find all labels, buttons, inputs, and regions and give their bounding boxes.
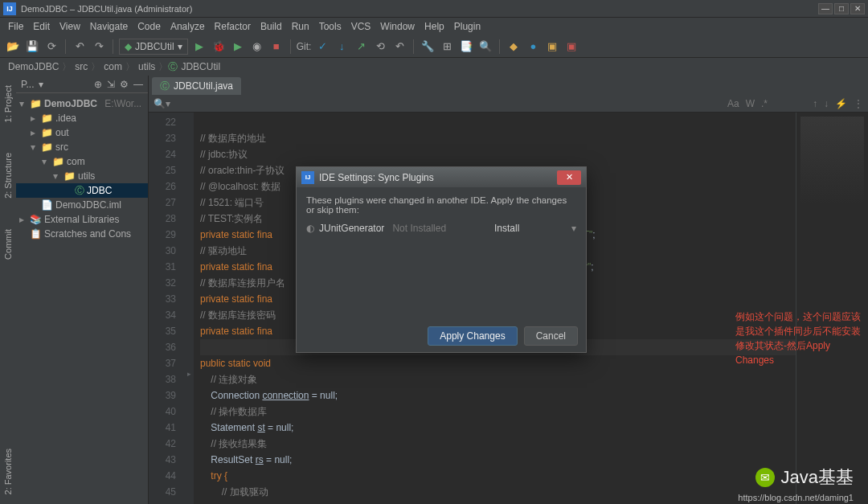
separator	[499, 39, 500, 54]
maximize-button[interactable]: □	[834, 3, 849, 14]
redo-icon[interactable]: ↷	[91, 39, 107, 55]
titlebar: IJ DemoJDBC – JDBCUtil.java (Administrat…	[0, 0, 868, 18]
profiler-icon[interactable]: ◉	[249, 39, 265, 55]
editor-tabs: Ⓒ JDBCUtil.java	[149, 76, 868, 95]
line-gutter: 22232425 26272829 30313233 34353637 3839…	[149, 113, 184, 504]
match-case-icon[interactable]: Aa	[727, 98, 739, 109]
menu-vcs[interactable]: VCS	[346, 21, 376, 32]
git-push-icon[interactable]: ↗	[353, 39, 369, 55]
tab-structure[interactable]: 2: Structure	[2, 150, 14, 202]
plugin-row: ◐ JUnitGenerator Not Installed Install ▾	[306, 223, 576, 234]
apply-changes-button[interactable]: Apply Changes	[428, 326, 517, 346]
words-icon[interactable]: W	[746, 98, 755, 109]
tree-scratches: Scratches and Cons	[44, 228, 131, 240]
plugin-action-dropdown[interactable]: Install	[494, 223, 567, 234]
git-rollback-icon[interactable]: ↶	[391, 39, 407, 55]
hide-icon[interactable]: —	[133, 79, 143, 90]
save-icon[interactable]: 💾	[24, 39, 40, 55]
tab-favorites[interactable]: 2: Favorites	[2, 445, 14, 498]
project-panel-header: P...▾ ⊕ ⇲ ⚙ —	[16, 76, 148, 93]
git-label: Git:	[297, 41, 312, 52]
select-opened-icon[interactable]: ⊕	[94, 79, 102, 90]
jrebel-icon[interactable]: ●	[525, 39, 541, 55]
xrebel-icon[interactable]: ◆	[506, 39, 522, 55]
menu-run[interactable]: Run	[287, 21, 314, 32]
watermark-url: https://blog.csdn.net/daming1	[738, 493, 854, 502]
tree-jdbc-file: JDBC	[87, 185, 112, 196]
menu-build[interactable]: Build	[256, 21, 287, 32]
bookmark-icon[interactable]: 📑	[458, 39, 474, 55]
tab-jdbcutil[interactable]: Ⓒ JDBCUtil.java	[152, 77, 241, 95]
plugin-name: JUnitGenerator	[319, 223, 384, 234]
search-icon[interactable]: 🔍	[477, 39, 493, 55]
breadcrumb-item[interactable]: DemoJDBC	[5, 61, 62, 72]
regex-icon[interactable]: .*	[761, 98, 768, 109]
filter-icon[interactable]: ⚡	[835, 98, 847, 109]
struct-icon[interactable]: ⊞	[439, 39, 455, 55]
dialog-body: These plugins were changed in another ID…	[297, 187, 586, 242]
menu-plugin[interactable]: Plugin	[449, 21, 485, 32]
breadcrumb-item[interactable]: src	[72, 61, 91, 72]
git-history-icon[interactable]: ⟲	[372, 39, 388, 55]
menu-window[interactable]: Window	[375, 21, 420, 32]
fold-gutter[interactable]: ▸	[184, 113, 194, 504]
tab-project[interactable]: 1: Project	[2, 82, 14, 125]
toolbar: 📂 💾 ⟳ ↶ ↷ ◆ JDBCUtil ▾ ▶ 🐞 ▶ ◉ ■ Git: ✓ …	[0, 35, 868, 58]
project-tree[interactable]: ▾📁DemoJDBC E:\Wor... ▸📁.idea ▸📁out ▾📁src…	[16, 93, 148, 244]
menu-help[interactable]: Help	[420, 21, 449, 32]
minimize-button[interactable]: —	[818, 3, 833, 14]
tab-commit[interactable]: Commit	[2, 226, 14, 263]
separator	[65, 39, 66, 54]
sync-icon[interactable]: ⟳	[43, 39, 59, 55]
menu-tools[interactable]: Tools	[314, 21, 346, 32]
gear-icon[interactable]: ⚙	[120, 79, 129, 90]
run-config-dropdown[interactable]: ◆ JDBCUtil ▾	[119, 39, 188, 55]
git-update-icon[interactable]: ↓	[334, 39, 350, 55]
dialog-buttons: Apply Changes Cancel	[428, 326, 578, 346]
db-icon[interactable]: ▣	[544, 39, 560, 55]
watermark: ✉ Java基基	[755, 465, 854, 490]
menu-code[interactable]: Code	[133, 21, 166, 32]
more-icon[interactable]: ⋮	[854, 98, 863, 109]
dropdown-arrow-icon: ▾	[178, 41, 182, 52]
run-icon[interactable]: ▶	[191, 39, 207, 55]
debug-icon[interactable]: 🐞	[211, 39, 227, 55]
intellij-icon: IJ	[301, 171, 314, 184]
next-icon[interactable]: ↓	[824, 98, 829, 109]
dialog-title-text: IDE Settings: Sync Plugins	[319, 172, 434, 183]
menu-view[interactable]: View	[55, 21, 85, 32]
collapse-icon[interactable]: ⇲	[107, 79, 115, 90]
plugin-state: Not Installed	[392, 223, 489, 234]
menu-analyze[interactable]: Analyze	[166, 21, 210, 32]
tree-utils: utils	[78, 170, 95, 182]
open-icon[interactable]: 📂	[5, 39, 21, 55]
breadcrumb-item[interactable]: com	[100, 61, 125, 72]
wrench-icon[interactable]: 🔧	[420, 39, 436, 55]
watermark-text: Java基基	[781, 465, 854, 490]
stop-icon[interactable]: ■	[268, 39, 285, 55]
dialog-titlebar[interactable]: IJ IDE Settings: Sync Plugins ✕	[297, 167, 586, 187]
breadcrumb-item[interactable]: JDBCUtil	[178, 61, 223, 72]
tree-idea: .idea	[55, 113, 76, 124]
class-icon: Ⓒ	[168, 60, 178, 74]
cancel-button[interactable]: Cancel	[524, 326, 578, 346]
plugin-icon[interactable]: ▣	[563, 39, 579, 55]
tree-ext-libs: External Libraries	[44, 214, 119, 225]
close-button[interactable]: ✕	[850, 3, 865, 14]
project-view-label[interactable]: P...	[21, 79, 34, 90]
wechat-icon: ✉	[755, 468, 775, 487]
coverage-icon[interactable]: ▶	[230, 39, 246, 55]
dialog-close-button[interactable]: ✕	[557, 170, 581, 185]
module-icon: ◆	[125, 41, 132, 52]
git-commit-icon[interactable]: ✓	[314, 39, 330, 55]
menu-file[interactable]: File	[3, 21, 28, 32]
minimap[interactable]	[796, 113, 868, 504]
breadcrumb-item[interactable]: utils	[135, 61, 158, 72]
undo-icon[interactable]: ↶	[72, 39, 88, 55]
menu-refactor[interactable]: Refactor	[210, 21, 256, 32]
search-icon[interactable]: 🔍▾	[154, 98, 170, 109]
menu-edit[interactable]: Edit	[28, 21, 55, 32]
menu-navigate[interactable]: Navigate	[85, 21, 133, 32]
dropdown-arrow-icon[interactable]: ▾	[571, 223, 576, 234]
prev-icon[interactable]: ↑	[813, 98, 817, 109]
